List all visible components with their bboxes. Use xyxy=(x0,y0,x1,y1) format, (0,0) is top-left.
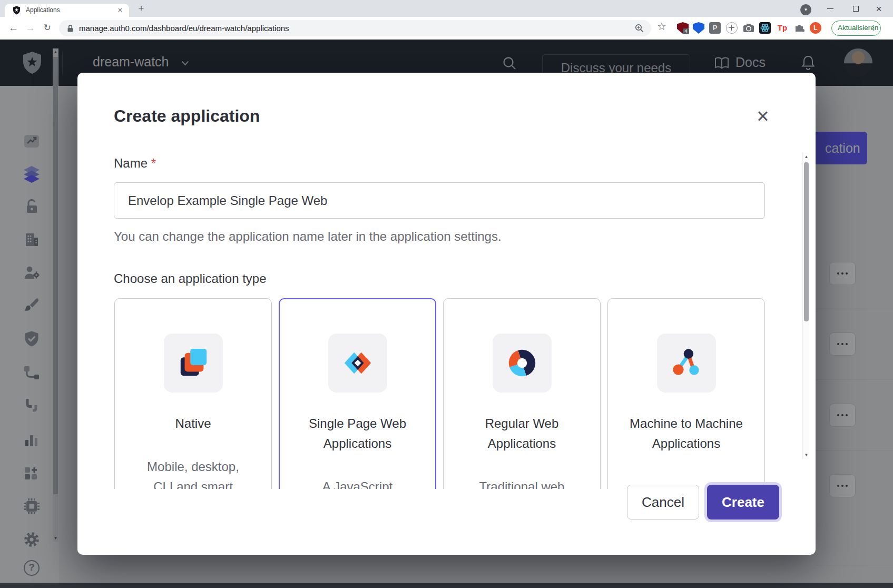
required-asterisk: * xyxy=(151,156,156,170)
puzzle-extensions-icon[interactable] xyxy=(793,22,805,34)
name-label: Name * xyxy=(114,156,156,171)
spa-icon-box xyxy=(328,334,387,393)
window-close-button[interactable]: × xyxy=(868,0,889,17)
update-chip-button[interactable]: Aktualisieren ⋮ xyxy=(831,21,881,36)
card-title: Native xyxy=(115,414,271,434)
forward-button[interactable]: → xyxy=(23,21,37,35)
browser-tab[interactable]: Applications × xyxy=(5,4,129,17)
card-description: A JavaScript xyxy=(280,477,435,489)
chrome-profile-avatar[interactable]: L xyxy=(810,22,821,34)
card-description: Traditional web xyxy=(444,477,600,489)
modal-close-icon[interactable]: × xyxy=(751,105,774,129)
tab-close-icon[interactable]: × xyxy=(115,5,125,15)
chip-kebab-icon[interactable]: ⋮ xyxy=(870,21,877,35)
chrome-caret-icon[interactable]: ▾ xyxy=(800,4,811,15)
window-minimize-button[interactable] xyxy=(820,0,841,17)
choose-type-label: Choose an application type xyxy=(114,271,267,286)
application-type-cards: Native Mobile, desktop, CLI and smart xyxy=(114,298,765,489)
bitwarden-extension-icon[interactable] xyxy=(693,22,704,34)
address-bar[interactable]: manage.auth0.com/dashboard/eu/dream-watc… xyxy=(59,20,651,36)
spa-icon xyxy=(341,347,374,379)
window-maximize-button[interactable] xyxy=(845,0,866,17)
reload-button[interactable]: ↻ xyxy=(40,21,54,35)
zoom-indicator-icon[interactable] xyxy=(635,24,644,33)
tab-title: Applications xyxy=(26,4,60,17)
screen: Applications × + ▾ × ← → ↻ manage.auth0.… xyxy=(0,0,893,588)
browser-titlebar: Applications × + ▾ × xyxy=(0,0,893,17)
application-name-input[interactable] xyxy=(114,182,765,219)
card-title: Machine to Machine Applications xyxy=(608,414,764,454)
cancel-button[interactable]: Cancel xyxy=(627,485,699,520)
react-devtools-extension-icon[interactable] xyxy=(759,22,771,34)
card-title: Single Page Web Applications xyxy=(280,414,435,454)
p-extension-icon[interactable]: P xyxy=(709,22,721,34)
m2m-icon xyxy=(670,347,703,379)
native-icon xyxy=(177,347,210,379)
bookmark-star-icon[interactable]: ☆ xyxy=(657,20,666,33)
new-tab-button[interactable]: + xyxy=(135,2,148,15)
modal-scroll-up-icon[interactable]: ▲ xyxy=(803,154,810,159)
crosshair-extension-icon[interactable] xyxy=(726,22,738,34)
card-native[interactable]: Native Mobile, desktop, CLI and smart xyxy=(114,298,272,489)
browser-toolbar: ← → ↻ manage.auth0.com/dashboard/eu/drea… xyxy=(0,17,893,40)
card-machine-to-machine[interactable]: Machine to Machine Applications xyxy=(607,298,765,489)
app-viewport: dream-watch Discuss your needs Docs xyxy=(0,40,893,588)
name-helper-text: You can change the application name late… xyxy=(114,229,502,244)
card-description: Mobile, desktop, CLI and smart xyxy=(115,457,271,489)
camera-extension-icon[interactable] xyxy=(743,22,754,34)
card-title: Regular Web Applications xyxy=(444,414,600,454)
card-regular-web[interactable]: Regular Web Applications Traditional web xyxy=(443,298,601,489)
regular-web-icon-box xyxy=(493,334,552,393)
lock-icon xyxy=(67,24,74,33)
ublock-badge: 4 xyxy=(683,28,689,34)
create-application-modal: Create application Name * You can change… xyxy=(77,73,816,555)
auth0-favicon-icon xyxy=(13,6,21,15)
url-text: manage.auth0.com/dashboard/eu/dream-watc… xyxy=(79,20,289,36)
modal-scroll-down-icon[interactable]: ▼ xyxy=(803,453,810,457)
m2m-icon-box xyxy=(657,334,716,393)
card-single-page-web[interactable]: Single Page Web Applications A JavaScrip… xyxy=(279,298,436,489)
modal-title: Create application xyxy=(114,106,260,126)
regular-web-icon xyxy=(506,347,538,379)
modal-body: Create application Name * You can change… xyxy=(77,73,816,489)
modal-scrollbar-thumb[interactable] xyxy=(804,162,809,321)
native-icon-box xyxy=(164,334,223,393)
modal-scrollbar[interactable]: ▲ ▼ xyxy=(802,153,809,459)
tp-extension-icon[interactable]: Tp xyxy=(777,22,788,34)
back-button[interactable]: ← xyxy=(6,21,21,35)
create-button[interactable]: Create xyxy=(707,485,779,520)
